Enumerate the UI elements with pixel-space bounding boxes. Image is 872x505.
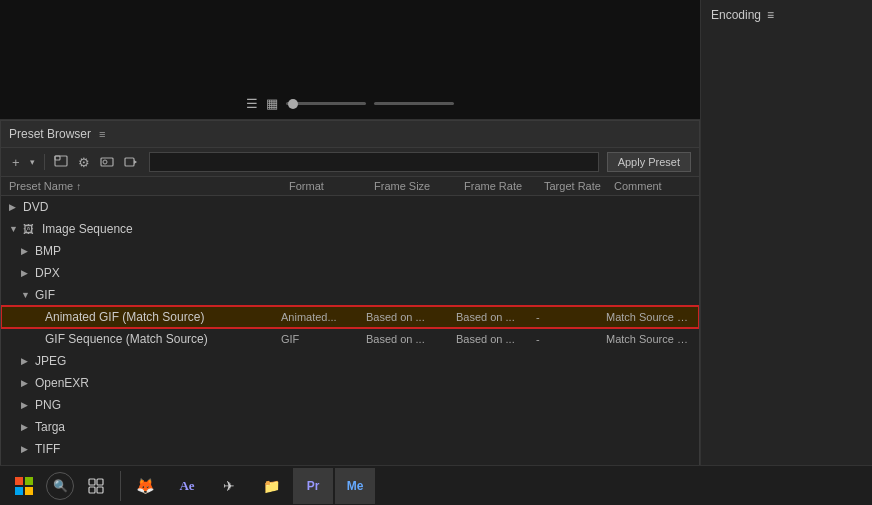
list-view-btn[interactable]: ☰	[246, 96, 258, 111]
chevron-gif: ▼	[21, 290, 35, 300]
chevron-targa: ▶	[21, 422, 35, 432]
png-label: PNG	[35, 398, 691, 412]
chevron-image-sequence: ▼	[9, 224, 23, 234]
preview-controls: ☰ ▦	[238, 92, 462, 115]
chevron-tiff: ▶	[21, 444, 35, 454]
col-header-name: Preset Name ↑	[9, 180, 289, 192]
gif-sequence-name-cell: GIF Sequence (Match Source)	[1, 332, 281, 346]
panel-header: Preset Browser ≡	[1, 121, 699, 148]
chevron-dpx: ▶	[21, 268, 35, 278]
windows-icon	[15, 477, 33, 495]
col-header-framerate: Frame Rate	[464, 180, 544, 192]
category-png[interactable]: ▶ PNG	[1, 394, 699, 416]
chevron-dvd: ▶	[9, 202, 23, 212]
preset-animated-gif[interactable]: Animated GIF (Match Source) Animated... …	[1, 306, 699, 328]
aftereffects-taskbar-btn[interactable]: Ae	[167, 468, 207, 504]
taskbar: 🔍 🦊 Ae ✈ 📁 Pr Me	[0, 465, 872, 505]
chevron-png: ▶	[21, 400, 35, 410]
windows-start-btn[interactable]	[4, 468, 44, 504]
import-btn[interactable]	[51, 153, 71, 171]
animated-gif-framerate: Based on ...	[456, 311, 536, 323]
col-header-framesize: Frame Size	[374, 180, 464, 192]
animated-gif-label: Animated GIF (Match Source)	[45, 310, 281, 324]
dvd-label: DVD	[23, 200, 691, 214]
col-header-targetrate: Target Rate	[544, 180, 614, 192]
animated-gif-targetrate: -	[536, 311, 606, 323]
search-taskbar-icon: 🔍	[53, 479, 68, 493]
gif-label: GIF	[35, 288, 691, 302]
category-image-sequence[interactable]: ▼ 🖼 Image Sequence	[1, 218, 699, 240]
encoding-section: Encoding ≡	[701, 0, 872, 30]
openexr-label: OpenEXR	[35, 376, 691, 390]
svg-rect-13	[97, 487, 103, 493]
thumbnail-btn[interactable]	[97, 153, 117, 171]
tiff-label: TIFF	[35, 442, 691, 456]
jpeg-label: JPEG	[35, 354, 691, 368]
encoding-menu-icon[interactable]: ≡	[767, 8, 774, 22]
category-bmp[interactable]: ▶ BMP	[1, 240, 699, 262]
svg-rect-1	[55, 156, 67, 166]
svg-point-3	[103, 160, 107, 164]
svg-rect-7	[25, 477, 33, 485]
mediaencoder-taskbar-btn[interactable]: Me	[335, 468, 375, 504]
taskbar-sep	[120, 471, 121, 501]
svg-rect-6	[15, 477, 23, 485]
svg-marker-5	[134, 160, 137, 164]
taskbar-search[interactable]: 🔍	[46, 472, 74, 500]
preview-area: ☰ ▦	[0, 0, 700, 120]
video-btn[interactable]	[121, 153, 141, 171]
col-header-format: Format	[289, 180, 374, 192]
image-sequence-label: Image Sequence	[42, 222, 691, 236]
toolbar-sep-1	[44, 154, 45, 170]
svg-rect-4	[125, 158, 134, 166]
chevron-openexr: ▶	[21, 378, 35, 388]
preset-browser-panel: Preset Browser ≡ + ▾ ⚙ Apply Preset Pres…	[0, 120, 700, 505]
grid-view-btn[interactable]: ▦	[266, 96, 278, 111]
targa-label: Targa	[35, 420, 691, 434]
image-sequence-icon: 🖼	[23, 223, 39, 235]
category-dpx[interactable]: ▶ DPX	[1, 262, 699, 284]
category-tiff[interactable]: ▶ TIFF	[1, 438, 699, 460]
right-panel: Encoding ≡	[700, 0, 872, 505]
slider-extension	[374, 102, 454, 105]
category-jpeg[interactable]: ▶ JPEG	[1, 350, 699, 372]
telegram-taskbar-btn[interactable]: ✈	[209, 468, 249, 504]
apply-preset-button[interactable]: Apply Preset	[607, 152, 691, 172]
zoom-slider-thumb	[288, 99, 298, 109]
panel-menu-icon[interactable]: ≡	[99, 128, 105, 140]
search-input[interactable]	[149, 152, 599, 172]
bmp-label: BMP	[35, 244, 691, 258]
task-view-btn[interactable]	[76, 468, 116, 504]
new-preset-btn[interactable]: +	[9, 153, 23, 172]
gif-sequence-framerate: Based on ...	[456, 333, 536, 345]
animated-gif-framesize: Based on ...	[366, 311, 456, 323]
gif-sequence-format: GIF	[281, 333, 366, 345]
folder-taskbar-btn[interactable]: 📁	[251, 468, 291, 504]
svg-rect-10	[89, 479, 95, 485]
svg-rect-11	[97, 479, 103, 485]
gif-sequence-comment: Match Source pre	[606, 333, 699, 345]
zoom-slider-track[interactable]	[286, 102, 366, 105]
chevron-jpeg: ▶	[21, 356, 35, 366]
category-dvd[interactable]: ▶ DVD	[1, 196, 699, 218]
premiere-taskbar-btn[interactable]: Pr	[293, 468, 333, 504]
firefox-taskbar-btn[interactable]: 🦊	[125, 468, 165, 504]
settings-btn[interactable]: ⚙	[75, 153, 93, 172]
category-openexr[interactable]: ▶ OpenEXR	[1, 372, 699, 394]
svg-rect-9	[25, 487, 33, 495]
chevron-bmp: ▶	[21, 246, 35, 256]
preset-tree: ▶ DVD ▼ 🖼 Image Sequence ▶ BMP ▶ DPX ▼ G…	[1, 196, 699, 504]
toolbar: + ▾ ⚙ Apply Preset	[1, 148, 699, 177]
column-headers: Preset Name ↑ Format Frame Size Frame Ra…	[1, 177, 699, 196]
new-preset-dropdown-btn[interactable]: ▾	[27, 155, 38, 169]
category-gif[interactable]: ▼ GIF	[1, 284, 699, 306]
svg-rect-8	[15, 487, 23, 495]
preset-gif-sequence[interactable]: GIF Sequence (Match Source) GIF Based on…	[1, 328, 699, 350]
task-view-icon	[88, 478, 104, 494]
gif-sequence-framesize: Based on ...	[366, 333, 456, 345]
encoding-label: Encoding	[711, 8, 761, 22]
panel-title: Preset Browser	[9, 127, 91, 141]
category-targa[interactable]: ▶ Targa	[1, 416, 699, 438]
col-header-comment: Comment	[614, 180, 691, 192]
gif-sequence-targetrate: -	[536, 333, 606, 345]
